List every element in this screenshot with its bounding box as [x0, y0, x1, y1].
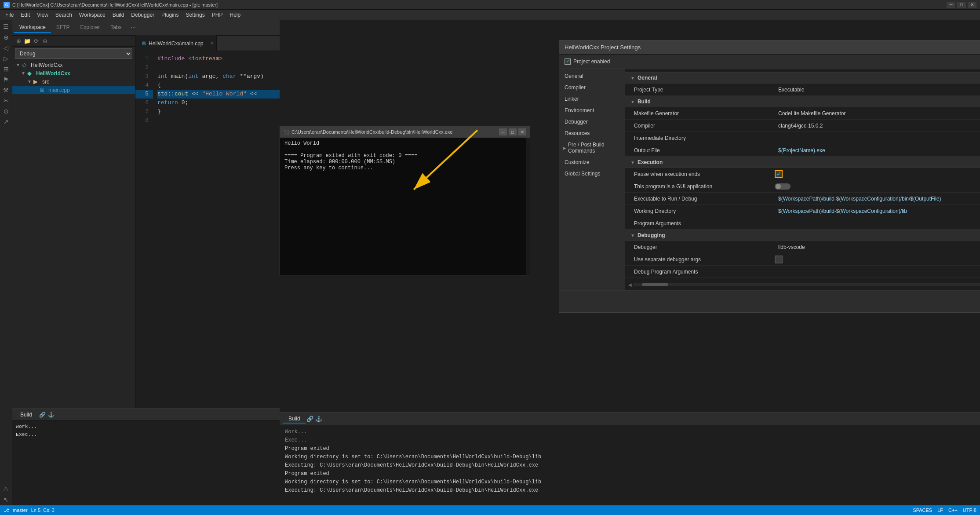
sidebar-item-general[interactable]: General	[559, 70, 625, 82]
value-working-directory[interactable]: $(WorkspacePath)/build-$(WorkspaceConfig…	[775, 206, 980, 216]
tree-item-project-label: HellWorldCxx	[36, 70, 70, 77]
separate-debugger-args-checkbox[interactable]	[775, 256, 783, 263]
value-intermediate-directory[interactable]	[775, 136, 980, 140]
sidebar-item-debugger[interactable]: Debugger	[559, 116, 625, 128]
config-dropdown[interactable]: Debug Release	[15, 48, 132, 59]
terminal-close-button[interactable]: ✕	[518, 128, 526, 135]
sidebar-item-resources[interactable]: Resources	[559, 128, 625, 139]
tool1-icon[interactable]: ⚒	[1, 85, 11, 95]
sidebar-item-linker[interactable]: Linker	[559, 93, 625, 105]
value-executable-to-run[interactable]: $(WorkspacePath)/build-$(WorkspaceConfig…	[775, 194, 980, 204]
editor-content[interactable]: 1 2 3 4 5 6 7 8 #include <iostream> int …	[135, 51, 280, 417]
build-tab-bar: Build 🔗 ⚓	[12, 409, 291, 421]
tree-item-main-cpp[interactable]: 🗎 main.cpp	[12, 86, 135, 94]
sidebar-item-global-settings[interactable]: Global Settings	[559, 168, 625, 179]
scrollbar-left-icon[interactable]: ◀	[627, 282, 633, 287]
files-icon[interactable]: ☰	[1, 22, 11, 32]
value-output-file[interactable]: $(ProjectName).exe	[775, 146, 980, 155]
search-icon[interactable]: ⊕	[1, 33, 11, 42]
dialog-scrollbar[interactable]: ◀ ▶	[625, 281, 980, 288]
terminal-content[interactable]: Hello World ==== Program exited with exi…	[280, 138, 526, 275]
output-line-program-exited-2: Program exited	[285, 470, 975, 478]
label-debugger: Debugger	[634, 242, 775, 252]
gui-application-toggle[interactable]	[775, 183, 791, 190]
menu-help[interactable]: Help	[226, 11, 244, 19]
tool4-icon[interactable]: ↗	[1, 117, 11, 127]
git-branch-label: master	[13, 508, 28, 513]
panel-tabs-more[interactable]: ⋯	[127, 23, 139, 33]
refresh-button[interactable]: ⟳	[32, 37, 40, 45]
terminal-line-4: Time elapsed: 000:00.000 (MM:SS.MS)	[284, 159, 522, 165]
general-collapse-icon[interactable]: ▼	[630, 76, 635, 80]
dialog-title: HellWorldCxx Project Settings	[565, 44, 641, 51]
editor-tab-main-cpp[interactable]: 🗎 HellWorldCxx\main.cpp ✕	[135, 36, 217, 51]
tab-tabs[interactable]: Tabs	[105, 22, 127, 33]
tab-close-icon[interactable]: ✕	[210, 41, 214, 46]
scrollbar-thumb[interactable]	[642, 283, 668, 286]
open-folder-button[interactable]: 📁	[23, 37, 32, 45]
menu-view[interactable]: View	[33, 11, 52, 19]
tab-explorer[interactable]: Explorer	[75, 22, 105, 33]
build-anchor-icon[interactable]: ⚓	[314, 415, 323, 424]
collapse-all-button[interactable]: ⊖	[40, 37, 49, 45]
terminal-maximize-button[interactable]: □	[509, 128, 517, 135]
terminal-scrollbar[interactable]	[526, 138, 530, 275]
debugging-collapse-icon[interactable]: ▼	[630, 233, 635, 238]
tree-item-project[interactable]: ▼ ◆ HellWorldCxx	[12, 69, 135, 77]
right-area: ⬛ C:\Users\eran\Documents\HellWorldCxx\b…	[280, 20, 980, 505]
menu-debugger[interactable]: Debugger	[128, 11, 158, 19]
value-project-type[interactable]: Executable	[775, 85, 980, 95]
menu-php[interactable]: PHP	[208, 11, 226, 19]
encoding-label: UTF-8	[963, 508, 976, 513]
warning-icon[interactable]: ⚠	[1, 484, 11, 494]
sidebar-item-compiler[interactable]: Compiler	[559, 82, 625, 93]
tree-item-main-cpp-label: main.cpp	[48, 87, 70, 93]
workspace-icon[interactable]: ⊞	[1, 64, 11, 74]
code-content[interactable]: #include <iostream> int main(int argc, c…	[153, 55, 280, 414]
build-link-btn[interactable]: 🔗	[38, 410, 47, 419]
menu-build[interactable]: Build	[109, 11, 128, 19]
build-output-tab[interactable]: Build	[283, 415, 306, 424]
maximize-button[interactable]: □	[957, 2, 966, 8]
scrollbar-track[interactable]	[633, 283, 980, 286]
build-tab[interactable]: Build	[16, 411, 36, 419]
pointer-icon[interactable]: ↖	[1, 495, 11, 504]
value-makefile-generator[interactable]: CodeLite Makefile Generator	[775, 109, 980, 118]
minimize-button[interactable]: ─	[947, 2, 955, 8]
value-debugger[interactable]: lldb-vscode	[775, 242, 980, 252]
build-anchor-btn[interactable]: ⚓	[47, 410, 56, 419]
build-collapse-icon[interactable]: ▼	[630, 99, 635, 104]
project-enabled-checkbox[interactable]: ✓	[565, 58, 571, 65]
dialog-config-bar: ✓ Project enabled	[559, 55, 980, 69]
value-compiler[interactable]: clang64/gcc-15.0.2	[775, 121, 980, 131]
menu-settings[interactable]: Settings	[182, 11, 208, 19]
tool2-icon[interactable]: ✂	[1, 96, 11, 106]
execution-collapse-icon[interactable]: ▼	[630, 160, 635, 165]
menu-plugins[interactable]: Plugins	[158, 11, 182, 19]
build-link-icon[interactable]: 🔗	[306, 415, 314, 424]
navigate-back-icon[interactable]: ◁	[1, 43, 11, 53]
tree-item-src[interactable]: ▼ ▶ src	[12, 77, 135, 86]
bookmark-icon[interactable]: ⚑	[1, 75, 11, 84]
menu-file[interactable]: File	[2, 11, 17, 19]
value-debug-program-arguments[interactable]	[775, 270, 980, 274]
menu-search[interactable]: Search	[52, 11, 76, 19]
sidebar-item-pre-post-build[interactable]: ▶ Pre / Post Build Commands	[559, 139, 625, 157]
section-header-general: ▼ General	[625, 72, 980, 84]
tree-item-root[interactable]: ▼ ◇ HellWorldCxx	[12, 61, 135, 69]
close-button[interactable]: ✕	[968, 2, 976, 8]
new-file-button[interactable]: ⊕	[14, 37, 23, 45]
terminal-minimize-button[interactable]: ─	[499, 128, 507, 135]
menu-workspace[interactable]: Workspace	[76, 11, 109, 19]
tab-sftp[interactable]: SFTP	[51, 22, 75, 33]
section-build-label: Build	[638, 99, 651, 105]
menu-edit[interactable]: Edit	[17, 11, 33, 19]
tab-workspace[interactable]: Workspace	[14, 22, 51, 33]
pause-execution-checkbox[interactable]: ✓	[775, 170, 783, 178]
value-program-arguments[interactable]	[775, 222, 980, 225]
editor-area: 🗎 HellWorldCxx\main.cpp ✕ 1 2 3 4 5 6 7	[135, 36, 280, 417]
tool3-icon[interactable]: ⊙	[1, 106, 11, 116]
sidebar-item-environment[interactable]: Environment	[559, 105, 625, 116]
sidebar-item-customize[interactable]: Customize	[559, 157, 625, 168]
navigate-forward-icon[interactable]: ▷	[1, 54, 11, 63]
